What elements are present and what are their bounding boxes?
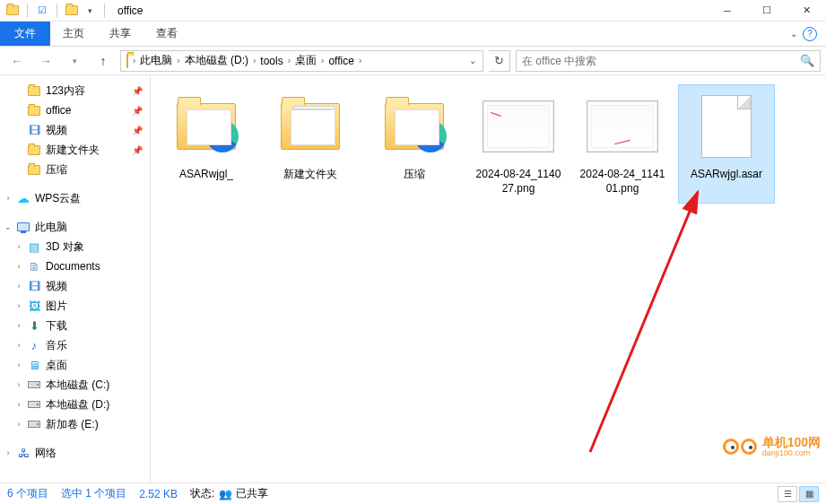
- sidebar-item-videos[interactable]: ›🎞视频: [0, 276, 150, 296]
- expand-icon[interactable]: ›: [14, 420, 23, 429]
- expand-icon[interactable]: ›: [14, 361, 23, 369]
- sidebar-item-thispc[interactable]: ⌄此电脑: [0, 217, 150, 237]
- sidebar-item-label: 新加卷 (E:): [46, 417, 99, 432]
- folder-path-icon: [126, 55, 128, 67]
- video-icon: 🎞: [27, 123, 41, 137]
- ribbon-file-tab[interactable]: 文件: [0, 22, 50, 46]
- sidebar-item-drive-c[interactable]: ›本地磁盘 (C:): [0, 375, 150, 395]
- ribbon-expand-button[interactable]: ⌄ ?: [790, 22, 826, 46]
- file-name-label: 新建文件夹: [283, 168, 337, 182]
- chevron-down-icon: ⌄: [790, 29, 797, 39]
- status-bar: 6 个项目 选中 1 个项目 2.52 KB 状态: 👥 已共享 ☰ ▦: [0, 482, 826, 504]
- nav-up-button[interactable]: ↑: [91, 49, 115, 73]
- status-size: 2.52 KB: [139, 488, 178, 500]
- file-name-label: ASARwjgl.asar: [691, 168, 762, 182]
- file-item-folder[interactable]: 新建文件夹: [262, 84, 359, 204]
- sidebar-item-label: 3D 对象: [46, 239, 84, 255]
- file-name-label: 2024-08-24_114101.png: [578, 168, 666, 196]
- qat-folder-icon[interactable]: [65, 4, 79, 18]
- expand-icon[interactable]: ›: [14, 262, 23, 271]
- ribbon-tab-view[interactable]: 查看: [143, 22, 190, 46]
- sidebar-item-pictures[interactable]: ›🖼图片: [0, 296, 150, 316]
- view-details-button[interactable]: ☰: [778, 486, 797, 502]
- status-state-label: 状态:: [190, 486, 214, 501]
- sidebar-item-desktop[interactable]: ›🖥桌面: [0, 355, 150, 375]
- sidebar-item-newfolder[interactable]: 新建文件夹📌: [0, 140, 150, 160]
- refresh-button[interactable]: ↻: [489, 50, 510, 72]
- file-item-folder[interactable]: ASARwjgl_: [158, 84, 255, 204]
- maximize-button[interactable]: ☐: [747, 0, 787, 22]
- folder-large-icon: [378, 91, 450, 162]
- breadcrumb-sep-icon[interactable]: ›: [358, 56, 362, 65]
- expand-icon[interactable]: ›: [14, 282, 23, 291]
- folder-large-icon: [274, 91, 346, 162]
- ribbon-tab-share[interactable]: 共享: [97, 22, 143, 46]
- search-icon[interactable]: 🔍: [800, 54, 814, 67]
- sidebar-item-3d[interactable]: ›▧3D 对象: [0, 237, 150, 256]
- expand-icon[interactable]: ›: [14, 321, 23, 330]
- sidebar-item-music[interactable]: ›♪音乐: [0, 335, 150, 355]
- sidebar-item-label: 图片: [46, 299, 67, 314]
- qat-properties-icon[interactable]: ☑: [35, 4, 49, 18]
- expand-icon[interactable]: ›: [14, 341, 23, 350]
- sidebar-item-network[interactable]: ›🖧网络: [0, 443, 150, 463]
- breadcrumb-office[interactable]: office: [325, 55, 357, 67]
- watermark: 单机100网 danji100.com: [723, 436, 821, 457]
- sidebar-item-video[interactable]: 🎞视频📌: [0, 120, 150, 140]
- sidebar-item-compress[interactable]: 压缩: [0, 160, 150, 179]
- sidebar-item-documents[interactable]: ›🗎Documents: [0, 256, 150, 276]
- file-item-image[interactable]: 2024-08-24_114101.png: [574, 84, 671, 204]
- address-bar[interactable]: › 此电脑 › 本地磁盘 (D:) › tools › 桌面 › office …: [120, 50, 483, 72]
- sidebar-item-downloads[interactable]: ›⬇下载: [0, 316, 150, 335]
- breadcrumb-tools[interactable]: tools: [256, 55, 286, 67]
- drive-icon: [27, 397, 41, 412]
- expand-icon[interactable]: ›: [14, 400, 23, 409]
- expand-icon[interactable]: ›: [14, 301, 23, 310]
- sidebar-item-drive-e[interactable]: ›新加卷 (E:): [0, 414, 150, 434]
- sidebar-item-drive-d[interactable]: ›本地磁盘 (D:): [0, 395, 150, 414]
- nav-back-button[interactable]: ←: [5, 49, 29, 73]
- nav-forward-button[interactable]: →: [34, 49, 57, 73]
- folder-icon: [27, 103, 41, 117]
- file-item-image[interactable]: 2024-08-24_114027.png: [470, 84, 567, 204]
- expand-icon[interactable]: ›: [4, 194, 13, 203]
- sidebar-item-123[interactable]: 123内容📌: [0, 81, 150, 100]
- search-box[interactable]: 🔍: [516, 50, 821, 72]
- sidebar-item-label: 本地磁盘 (C:): [46, 378, 109, 393]
- folder-large-icon: [170, 91, 242, 162]
- breadcrumb-drive-d[interactable]: 本地磁盘 (D:): [181, 53, 252, 68]
- qat-dropdown-icon[interactable]: ▾: [83, 4, 97, 18]
- collapse-icon[interactable]: ⌄: [4, 222, 13, 231]
- file-item-folder[interactable]: 压缩: [366, 84, 463, 204]
- expand-icon[interactable]: ›: [14, 380, 23, 389]
- navigation-pane[interactable]: 123内容📌 office📌 🎞视频📌 新建文件夹📌 压缩 ›☁WPS云盘 ⌄此…: [0, 75, 151, 482]
- ribbon-tab-home[interactable]: 主页: [50, 22, 97, 46]
- breadcrumb-desktop[interactable]: 桌面: [291, 53, 320, 68]
- sidebar-item-label: 压缩: [46, 162, 67, 178]
- view-large-icons-button[interactable]: ▦: [799, 486, 819, 502]
- file-item-asar[interactable]: ASARwjgl.asar: [678, 84, 775, 204]
- search-input[interactable]: [522, 55, 800, 67]
- sidebar-item-office[interactable]: office📌: [0, 100, 150, 120]
- sidebar-item-label: 新建文件夹: [46, 143, 100, 158]
- breadcrumb-thispc[interactable]: 此电脑: [136, 53, 176, 68]
- address-history-dropdown[interactable]: ⌄: [465, 56, 481, 65]
- downloads-icon: ⬇: [27, 318, 41, 333]
- minimize-button[interactable]: ─: [708, 0, 747, 22]
- expand-icon[interactable]: ›: [14, 242, 23, 251]
- expand-icon[interactable]: ›: [4, 448, 13, 457]
- sidebar-item-label: 123内容: [46, 83, 85, 99]
- pin-icon: 📌: [132, 145, 143, 155]
- status-item-count: 6 个项目: [7, 486, 48, 501]
- close-button[interactable]: ✕: [787, 0, 826, 22]
- nav-recent-dropdown[interactable]: ▾: [63, 49, 86, 73]
- cloud-icon: ☁: [16, 191, 30, 205]
- help-icon[interactable]: ?: [803, 27, 817, 41]
- folder-icon: [27, 162, 41, 177]
- sidebar-item-label: 本地磁盘 (D:): [46, 397, 109, 413]
- file-list-pane[interactable]: ASARwjgl_ 新建文件夹 压缩 2024-08-24_114027.png…: [151, 75, 826, 482]
- watermark-name: 单机100网: [762, 436, 821, 448]
- sidebar-item-label: Documents: [46, 260, 100, 273]
- drive-icon: [27, 417, 41, 431]
- sidebar-item-wps[interactable]: ›☁WPS云盘: [0, 188, 150, 208]
